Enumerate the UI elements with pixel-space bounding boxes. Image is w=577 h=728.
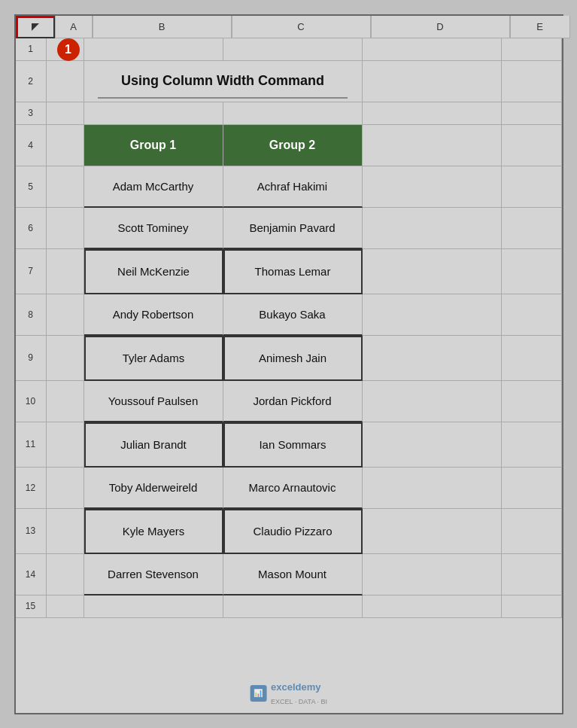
- cell-12e[interactable]: [502, 468, 562, 509]
- cell-5b[interactable]: Adam McCarthy: [84, 166, 223, 208]
- grid-row-9: Tyler Adams Animesh Jain: [47, 336, 562, 381]
- cell-3c[interactable]: [223, 102, 363, 125]
- cell-10b[interactable]: Youssouf Paulsen: [84, 381, 223, 422]
- cell-8d[interactable]: [363, 294, 502, 336]
- cell-8c[interactable]: Bukayo Saka: [223, 294, 363, 336]
- cell-5a[interactable]: [47, 166, 84, 208]
- cell-5c[interactable]: Achraf Hakimi: [223, 166, 363, 208]
- row-num-3: 3: [16, 102, 47, 125]
- grid: Using Column Width Command Group 1 Grou: [47, 38, 562, 713]
- cell-3a[interactable]: [47, 102, 84, 125]
- cell-9e[interactable]: [502, 336, 562, 381]
- column-headers: A B C D E: [55, 16, 570, 38]
- cell-10c[interactable]: Jordan Pickford: [223, 381, 363, 422]
- grid-row-11: Julian Brandt Ian Sommars: [47, 422, 562, 468]
- grid-row-4: Group 1 Group 2: [47, 125, 562, 166]
- cell-15a[interactable]: [47, 595, 84, 618]
- cell-14e[interactable]: [502, 554, 562, 595]
- cell-1d[interactable]: [363, 38, 502, 61]
- cell-3e[interactable]: [502, 102, 562, 125]
- cell-1c[interactable]: [223, 38, 363, 61]
- cell-14d[interactable]: [363, 554, 502, 595]
- cell-11b[interactable]: Julian Brandt: [84, 422, 223, 468]
- col-header-b: B: [93, 16, 232, 38]
- cell-1b[interactable]: [84, 38, 223, 61]
- cell-4d[interactable]: [363, 125, 502, 166]
- cell-14a[interactable]: [47, 554, 84, 595]
- cell-12a[interactable]: [47, 468, 84, 509]
- row-num-13: 13: [16, 509, 47, 554]
- watermark-site: exceldemy: [271, 681, 321, 693]
- row-numbers: 1 2 3 4 5 6 7 8 9 10 11 12 13 14 15: [16, 38, 47, 713]
- cell-10d[interactable]: [363, 381, 502, 422]
- cell-13e[interactable]: [502, 509, 562, 554]
- spreadsheet-title: Using Column Width Command: [121, 73, 324, 89]
- cell-11c[interactable]: Ian Sommars: [223, 422, 363, 468]
- cell-6d[interactable]: [363, 208, 502, 249]
- cell-12d[interactable]: [363, 468, 502, 509]
- cell-13b[interactable]: Kyle Mayers: [84, 509, 223, 554]
- cell-15b[interactable]: [84, 595, 223, 618]
- cell-9a[interactable]: [47, 336, 84, 381]
- title-cell[interactable]: Using Column Width Command: [84, 61, 363, 102]
- row-num-14: 14: [16, 554, 47, 595]
- cell-3d[interactable]: [363, 102, 502, 125]
- grid-row-8: Andy Robertson Bukayo Saka: [47, 294, 562, 336]
- cell-9b[interactable]: Tyler Adams: [84, 336, 223, 381]
- cell-15d[interactable]: [363, 595, 502, 618]
- spreadsheet: 1 A B C D E 1 2 3 4 5 6 7 8 9 10 11 12: [14, 14, 563, 714]
- cell-7e[interactable]: [502, 249, 562, 294]
- cell-14b[interactable]: Darren Stevenson: [84, 554, 223, 595]
- group2-header-cell[interactable]: Group 2: [223, 125, 363, 166]
- cell-3b[interactable]: [84, 102, 223, 125]
- cell-5e[interactable]: [502, 166, 562, 208]
- cell-15e[interactable]: [502, 595, 562, 618]
- cell-6b[interactable]: Scott Tominey: [84, 208, 223, 249]
- watermark-text: exceldemy EXCEL · DATA · BI: [271, 680, 327, 707]
- cell-10a[interactable]: [47, 381, 84, 422]
- grid-row-14: Darren Stevenson Mason Mount: [47, 554, 562, 595]
- cell-7a[interactable]: [47, 249, 84, 294]
- row-num-11: 11: [16, 422, 47, 468]
- cell-9d[interactable]: [363, 336, 502, 381]
- cell-6a[interactable]: [47, 208, 84, 249]
- rows-area: 1 2 3 4 5 6 7 8 9 10 11 12 13 14 15: [16, 38, 562, 713]
- cell-10e[interactable]: [502, 381, 562, 422]
- cell-11d[interactable]: [363, 422, 502, 468]
- cell-8e[interactable]: [502, 294, 562, 336]
- cell-12c[interactable]: Marco Arnautovic: [223, 468, 363, 509]
- cell-13d[interactable]: [363, 509, 502, 554]
- cell-7b[interactable]: Neil McKenzie: [84, 249, 223, 294]
- cell-8a[interactable]: [47, 294, 84, 336]
- cell-12b[interactable]: Toby Alderweireld: [84, 468, 223, 509]
- select-all-button[interactable]: [16, 16, 55, 38]
- row-badge-1: 1: [57, 38, 80, 61]
- row-num-4: 4: [16, 125, 47, 166]
- cell-1e[interactable]: [502, 38, 562, 61]
- cell-4a[interactable]: [47, 125, 84, 166]
- cell-2e[interactable]: [502, 61, 562, 102]
- cell-7c[interactable]: Thomas Lemar: [223, 249, 363, 294]
- cell-7d[interactable]: [363, 249, 502, 294]
- cell-6c[interactable]: Benjamin Pavard: [223, 208, 363, 249]
- cell-4e[interactable]: [502, 125, 562, 166]
- cell-6e[interactable]: [502, 208, 562, 249]
- cell-2d[interactable]: [363, 61, 502, 102]
- cell-2a[interactable]: [47, 61, 84, 102]
- cell-5d[interactable]: [363, 166, 502, 208]
- row-num-15: 15: [16, 595, 47, 618]
- cell-9c[interactable]: Animesh Jain: [223, 336, 363, 381]
- cell-15c[interactable]: [223, 595, 363, 618]
- grid-row-13: Kyle Mayers Claudio Pizzaro: [47, 509, 562, 554]
- cell-13c[interactable]: Claudio Pizzaro: [223, 509, 363, 554]
- cell-13a[interactable]: [47, 509, 84, 554]
- cell-8b[interactable]: Andy Robertson: [84, 294, 223, 336]
- grid-row-1: [47, 38, 562, 61]
- grid-row-2: Using Column Width Command: [47, 61, 562, 102]
- cell-14c[interactable]: Mason Mount: [223, 554, 363, 595]
- group1-header-cell[interactable]: Group 1: [84, 125, 223, 166]
- row-num-1: 1: [16, 38, 47, 61]
- grid-row-6: Scott Tominey Benjamin Pavard: [47, 208, 562, 249]
- cell-11a[interactable]: [47, 422, 84, 468]
- cell-11e[interactable]: [502, 422, 562, 468]
